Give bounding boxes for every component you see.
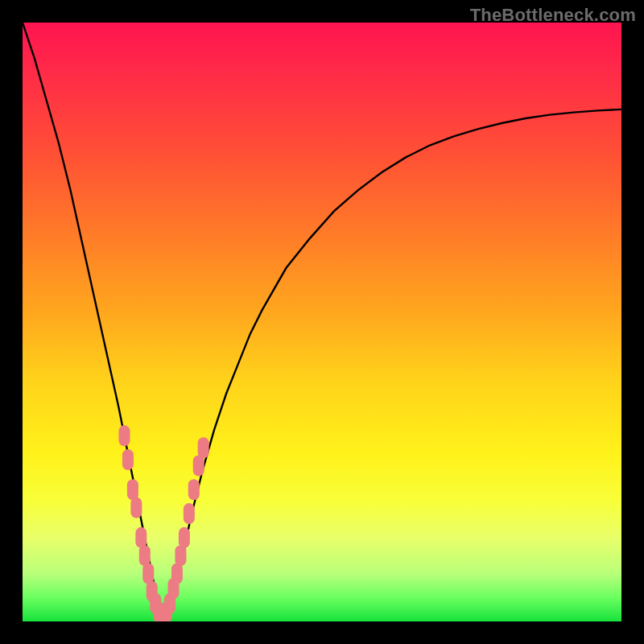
marker-point xyxy=(135,527,147,548)
curve-layer xyxy=(23,23,621,621)
marker-point xyxy=(198,437,209,458)
marker-point xyxy=(175,545,186,566)
watermark-text: TheBottleneck.com xyxy=(470,5,636,26)
marker-point xyxy=(130,497,142,518)
marker-point xyxy=(122,449,134,470)
marker-point xyxy=(118,425,130,446)
plot-area xyxy=(23,23,621,621)
v-curve xyxy=(23,23,621,616)
marker-point xyxy=(179,527,190,548)
marker-point xyxy=(193,456,204,477)
marker-point xyxy=(127,479,138,500)
marker-point xyxy=(171,563,183,584)
marker-point xyxy=(184,503,195,524)
chart-frame: TheBottleneck.com xyxy=(0,0,644,644)
marker-point xyxy=(188,479,200,500)
marker-point xyxy=(142,563,154,584)
marker-group xyxy=(118,425,208,621)
marker-point xyxy=(139,545,151,566)
